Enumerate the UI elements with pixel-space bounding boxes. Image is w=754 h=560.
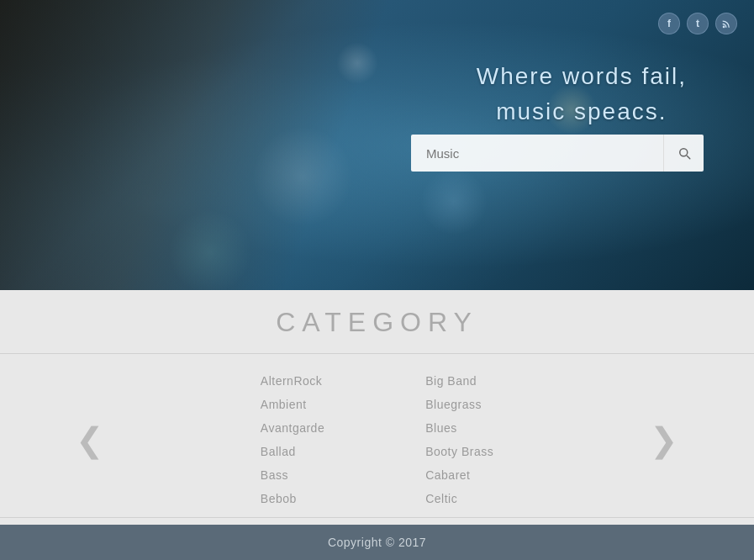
hero-text-block: Where words fail, music speacs. xyxy=(477,59,687,129)
category-item-bass[interactable]: Bass xyxy=(261,465,324,485)
category-lists: AlternRock Ambient Avantgarde Ballad Bas… xyxy=(129,371,625,509)
category-content: ❮ AlternRock Ambient Avantgarde Ballad B… xyxy=(0,371,754,509)
category-divider xyxy=(0,353,754,354)
category-item-celtic[interactable]: Celtic xyxy=(425,489,493,509)
hero-tagline: Where words fail, music speacs. xyxy=(477,59,687,129)
search-input[interactable] xyxy=(411,135,663,172)
category-item-blues[interactable]: Blues xyxy=(425,418,493,438)
category-column-right: Big Band Bluegrass Blues Booty Brass Cab… xyxy=(425,371,493,509)
category-item-alternrock[interactable]: AlternRock xyxy=(261,371,324,391)
category-item-booty-brass[interactable]: Booty Brass xyxy=(425,441,493,462)
category-item-bigband[interactable]: Big Band xyxy=(425,371,493,391)
social-bar: f t xyxy=(658,13,737,34)
category-item-ambient[interactable]: Ambient xyxy=(261,394,324,415)
category-item-avantgarde[interactable]: Avantgarde xyxy=(261,418,324,438)
category-item-ballad[interactable]: Ballad xyxy=(261,441,324,462)
twitter-icon[interactable]: t xyxy=(687,13,709,34)
prev-arrow-button[interactable]: ❮ xyxy=(50,420,129,459)
footer-copyright: Copyright © 2017 xyxy=(328,536,426,549)
bokeh-light xyxy=(420,168,488,235)
category-item-cabaret[interactable]: Cabaret xyxy=(425,465,493,485)
category-column-left: AlternRock Ambient Avantgarde Ballad Bas… xyxy=(261,371,324,509)
tagline-line1: Where words fail, xyxy=(477,63,687,89)
footer: Copyright © 2017 xyxy=(0,525,754,560)
svg-point-0 xyxy=(722,25,725,28)
facebook-icon[interactable]: f xyxy=(658,13,680,34)
rss-icon[interactable] xyxy=(715,13,737,34)
search-button[interactable] xyxy=(663,135,704,172)
category-section: CATEGORY ❮ AlternRock Ambient Avantgarde… xyxy=(0,290,754,518)
bokeh-light xyxy=(168,210,252,290)
bokeh-light xyxy=(336,42,378,84)
category-title: CATEGORY xyxy=(0,307,754,338)
search-icon xyxy=(677,145,692,161)
tagline-line2: music speacs. xyxy=(496,98,667,124)
category-item-bluegrass[interactable]: Bluegrass xyxy=(425,394,493,415)
bokeh-light xyxy=(252,126,353,227)
hero-section: f t Where words fail, music speacs. xyxy=(0,0,754,290)
next-arrow-button[interactable]: ❯ xyxy=(625,420,704,459)
search-container xyxy=(411,135,704,172)
category-item-bebob[interactable]: Bebob xyxy=(261,489,324,509)
